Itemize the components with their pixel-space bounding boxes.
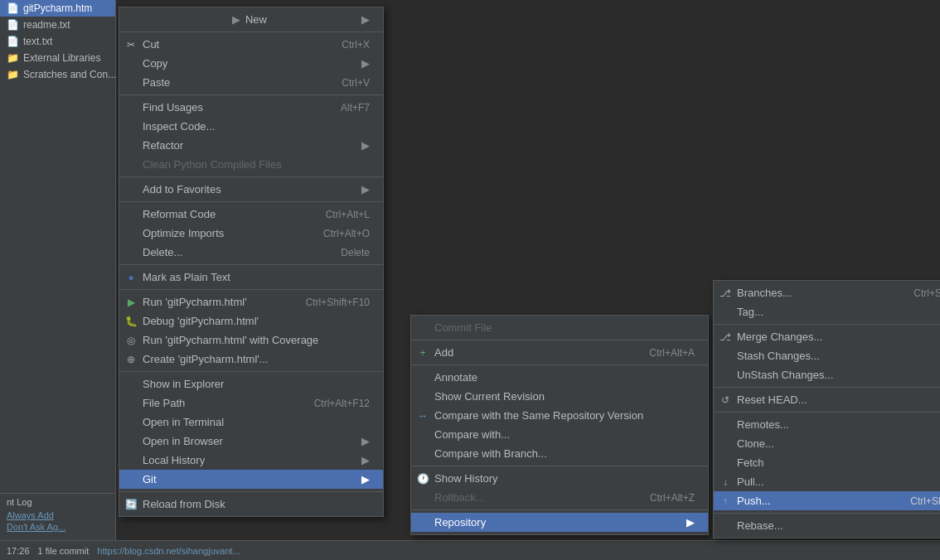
menu-label: Run 'gitPycharm.html' [143, 296, 247, 308]
menu-divider [119, 201, 383, 202]
menu-label: Compare with the Same Repository Version [434, 409, 643, 422]
menu-label: Clean Python Compiled Files [143, 158, 282, 171]
sidebar-item-readme[interactable]: 📄 readme.txt [0, 17, 115, 33]
shortcut: Ctrl+Alt+L [326, 209, 370, 220]
menu-item-delete[interactable]: Delete... Delete [119, 243, 383, 262]
menu-item-copy[interactable]: Copy ▶ [119, 54, 383, 73]
menu-label: Inspect Code... [143, 120, 215, 133]
menu-divider [411, 364, 708, 365]
menu-item-create[interactable]: ⊕ Create 'gitPycharm.html'... [119, 350, 383, 369]
sidebar-item-text[interactable]: 📄 text.txt [0, 33, 115, 50]
shortcut: Ctrl+Shift+F10 [306, 297, 370, 308]
shortcut: Alt+F7 [341, 102, 370, 113]
menu-divider [714, 387, 940, 388]
menu-divider [119, 176, 383, 177]
menu-label: Push... [737, 495, 770, 507]
menu-item-unstash-changes[interactable]: UnStash Changes... [714, 365, 940, 384]
menu-item-remotes[interactable]: Remotes... [714, 415, 940, 434]
menu-item-fetch[interactable]: Fetch [714, 453, 940, 472]
menu-item-local-history[interactable]: Local History ▶ [119, 451, 383, 470]
branch-icon: ⎇ [719, 287, 732, 299]
menu-item-run[interactable]: ▶ Run 'gitPycharm.html' Ctrl+Shift+F10 [119, 292, 383, 311]
menu-item-add-favorites[interactable]: Add to Favorites ▶ [119, 180, 383, 199]
shortcut: Ctrl+Shift+K [910, 495, 940, 507]
menu-item-git[interactable]: Git ▶ [119, 470, 383, 489]
menu-item-rollback[interactable]: Rollback... Ctrl+Alt+Z [411, 488, 708, 507]
shortcut: Ctrl+V [342, 77, 370, 89]
sidebar-item-scratches[interactable]: 📁 Scratches and Con... [0, 66, 115, 83]
menu-label: Fetch [737, 456, 764, 469]
menu-item-file-path[interactable]: File Path Ctrl+Alt+F12 [119, 393, 383, 413]
menu-item-cut[interactable]: ✂ Cut Ctrl+X [119, 35, 383, 54]
menu-item-inspect-code[interactable]: Inspect Code... [119, 117, 383, 136]
menu-item-pull[interactable]: ↓ Pull... [714, 472, 940, 491]
shortcut: Ctrl+Alt+Z [650, 492, 695, 504]
menu-item-run-coverage[interactable]: ◎ Run 'gitPycharm.html' with Coverage [119, 331, 383, 350]
sidebar-item-label: External Libraries [23, 52, 100, 64]
menu-item-branches[interactable]: ⎇ Branches... Ctrl+Shift+` [714, 283, 940, 302]
menu-divider [119, 264, 383, 265]
arrow-right: ▶ [361, 435, 370, 447]
menu-label: Compare with... [434, 428, 510, 441]
menu-item-open-browser[interactable]: Open in Browser ▶ [119, 432, 383, 451]
menu-label: Tag... [737, 306, 763, 318]
history-icon: 🕐 [416, 473, 429, 485]
push-icon: ↑ [719, 495, 732, 507]
menu-item-reformat-code[interactable]: Reformat Code Ctrl+Alt+L [119, 205, 383, 224]
menu-label: Local History [143, 454, 205, 466]
menu-item-reload-disk[interactable]: 🔄 Reload from Disk [119, 495, 383, 514]
sidebar-item-gitpycharm[interactable]: 📄 gitPycharm.htm [0, 0, 115, 17]
menu-item-reset-head[interactable]: ↺ Reset HEAD... [714, 390, 940, 409]
menu-item-open-terminal[interactable]: Open in Terminal [119, 413, 383, 432]
menu-item-add[interactable]: + Add Ctrl+Alt+A [411, 343, 708, 362]
dont-ask-link[interactable]: Don't Ask Ag... [7, 522, 109, 532]
menu-item-paste[interactable]: Paste Ctrl+V [119, 73, 383, 92]
menu-label: Mark as Plain Text [143, 271, 230, 283]
menu-item-clone[interactable]: Clone... [714, 434, 940, 453]
menu-item-new[interactable]: ▶ New ▶ [119, 10, 383, 29]
menu-item-compare-branch[interactable]: Compare with Branch... [411, 444, 708, 463]
menu-item-compare-repo[interactable]: ↔ Compare with the Same Repository Versi… [411, 406, 708, 425]
menu-item-repository[interactable]: Repository ▶ [411, 513, 708, 532]
menu-label: Remotes... [737, 418, 789, 431]
menu-item-mark-plain-text[interactable]: ● Mark as Plain Text [119, 268, 383, 287]
pull-icon: ↓ [719, 476, 732, 488]
menu-label: Git [143, 473, 157, 485]
coverage-icon: ◎ [124, 335, 138, 346]
menu-divider [411, 466, 708, 466]
cut-icon: ✂ [124, 39, 138, 51]
menu-item-push[interactable]: ↑ Push... Ctrl+Shift+K [714, 491, 940, 510]
context-menu-level1: ▶ New ▶ ✂ Cut Ctrl+X Copy ▶ Paste Ctrl+V… [119, 7, 384, 517]
menu-label: Create 'gitPycharm.html'... [143, 353, 269, 365]
sidebar-item-label: gitPycharm.htm [23, 2, 92, 14]
context-menu-level3: ⎇ Branches... Ctrl+Shift+` Tag... ⎇ Merg… [713, 280, 940, 538]
menu-item-stash-changes[interactable]: Stash Changes... [714, 346, 940, 365]
menu-item-show-revision[interactable]: Show Current Revision [411, 387, 708, 406]
menu-label: Reset HEAD... [737, 393, 807, 406]
menu-label: Add [434, 346, 453, 359]
menu-item-find-usages[interactable]: Find Usages Alt+F7 [119, 98, 383, 117]
menu-item-show-explorer[interactable]: Show in Explorer [119, 374, 383, 393]
menu-label: Reload from Disk [143, 498, 225, 510]
arrow-right: ▶ [361, 139, 370, 152]
sidebar: 📄 gitPycharm.htm 📄 readme.txt 📄 text.txt… [0, 0, 116, 560]
menu-label: Optimize Imports [143, 227, 224, 239]
menu-item-debug[interactable]: 🐛 Debug 'gitPycharm.html' [119, 311, 383, 331]
menu-item-optimize-imports[interactable]: Optimize Imports Ctrl+Alt+O [119, 224, 383, 243]
menu-item-compare-with[interactable]: Compare with... [411, 425, 708, 444]
menu-item-annotate[interactable]: Annotate [411, 368, 708, 387]
menu-item-show-history[interactable]: 🕐 Show History [411, 469, 708, 488]
menu-item-rebase[interactable]: Rebase... [714, 516, 940, 535]
shortcut: Ctrl+Alt+O [323, 228, 370, 239]
menu-label: Pull... [737, 476, 764, 488]
time-display: 17:26 [7, 546, 30, 556]
menu-item-tag[interactable]: Tag... [714, 302, 940, 321]
menu-item-refactor[interactable]: Refactor ▶ [119, 136, 383, 155]
menu-divider [714, 513, 940, 514]
sidebar-item-external-libraries[interactable]: 📁 External Libraries [0, 50, 115, 66]
menu-item-merge-changes[interactable]: ⎇ Merge Changes... [714, 327, 940, 346]
menu-label: Stash Changes... [737, 350, 820, 362]
always-add-link[interactable]: Always Add [7, 510, 109, 520]
arrow-right: ▶ [361, 454, 370, 466]
menu-label: Add to Favorites [143, 183, 221, 196]
